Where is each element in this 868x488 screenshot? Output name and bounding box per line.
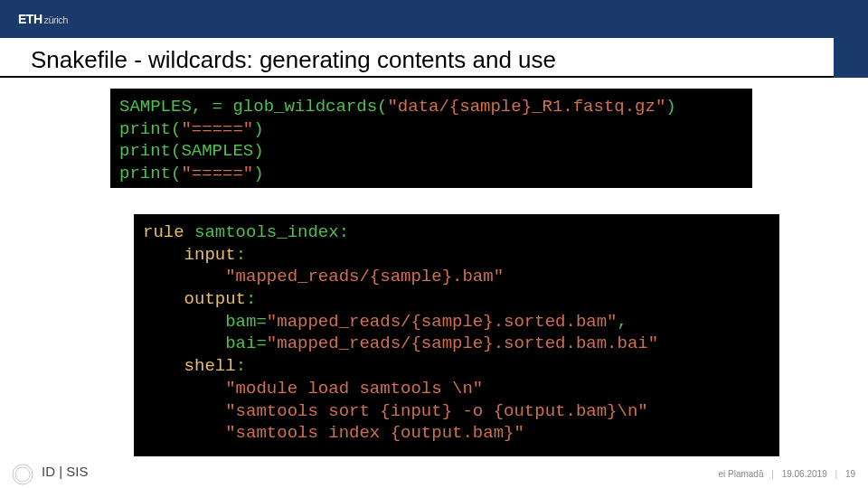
code-block-rule: rule samtools_index: input: "mapped_read… — [134, 214, 779, 456]
sh3: "samtools index {output.bam}" — [225, 423, 524, 443]
output-colon: : — [246, 289, 256, 309]
out-bai-val: "mapped_reads/{sample}.sorted.bam.bai" — [267, 333, 658, 353]
title-row: Snakefile - wildcards: generating conten… — [0, 38, 868, 78]
logo-sub: zürich — [44, 14, 68, 25]
footer-author: ei Plamadă — [718, 469, 763, 479]
c1-l4b: "=====" — [181, 164, 253, 183]
footer-date: 19.06.2019 — [782, 469, 827, 479]
shell-kw: shell — [184, 356, 236, 376]
footer-sep1: | — [771, 469, 774, 479]
input-val: "mapped_reads/{sample}.bam" — [225, 267, 504, 286]
c1-l1c: ) — [665, 97, 675, 117]
c1-l4c: ) — [253, 164, 263, 183]
sh2: "samtools sort {input} -o {output.bam}\n… — [225, 401, 647, 421]
sh1: "module load samtools \n" — [225, 379, 483, 399]
shell-colon: : — [236, 356, 246, 376]
code-block-samples: SAMPLES, = glob_wildcards("data/{sample}… — [110, 89, 752, 188]
footer-page: 19 — [845, 469, 855, 479]
comma1: , — [618, 312, 627, 332]
c1-l2a: print( — [119, 119, 181, 139]
c1-l4a: print( — [119, 164, 181, 183]
page-title: Snakefile - wildcards: generating conten… — [0, 39, 834, 78]
c1-l3a: print(SAMPLES) — [119, 141, 264, 161]
footer-sep2: | — [835, 469, 837, 479]
rule-name: samtools_index: — [184, 222, 349, 242]
out-bam-key: bam= — [225, 312, 267, 332]
rule-kw: rule — [143, 222, 184, 242]
header-bar: ETHzürich — [0, 0, 868, 38]
footer-left: ID | SIS — [42, 464, 88, 479]
output-kw: output — [184, 289, 246, 309]
accent-block — [834, 38, 868, 78]
out-bai-key: bai= — [225, 333, 267, 353]
c1-l2b: "=====" — [181, 119, 253, 139]
footer-right: ei Plamadă | 19.06.2019 | 19 — [718, 469, 855, 479]
c1-l1b: "data/{sample}_R1.fastq.gz" — [387, 97, 665, 117]
c1-l2c: ) — [253, 119, 263, 139]
input-kw: input — [184, 245, 236, 265]
eth-logo: ETHzürich — [18, 12, 68, 26]
input-colon: : — [236, 245, 246, 265]
out-bam-val: "mapped_reads/{sample}.sorted.bam" — [267, 312, 618, 332]
c1-l1a: SAMPLES, = glob_wildcards( — [119, 97, 387, 117]
logo-main: ETH — [18, 12, 42, 26]
